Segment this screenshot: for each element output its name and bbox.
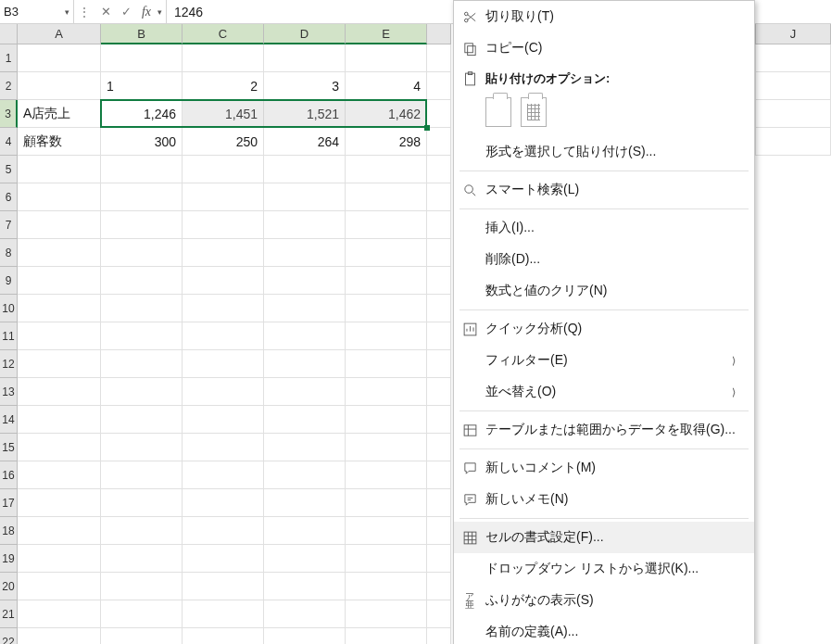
cell[interactable]: [346, 406, 427, 434]
cell[interactable]: [18, 44, 101, 72]
chevron-down-icon[interactable]: ▾: [65, 7, 69, 17]
row-header[interactable]: 10: [0, 295, 18, 322]
menu-clear[interactable]: 数式と値のクリア(N): [454, 275, 754, 307]
cell[interactable]: [346, 434, 427, 461]
cell[interactable]: [264, 628, 346, 644]
col-header-E[interactable]: E: [346, 24, 427, 44]
cell[interactable]: [18, 489, 101, 517]
cell[interactable]: [346, 156, 427, 183]
menu-format-cells[interactable]: セルの書式設定(F)...: [454, 522, 754, 553]
cell[interactable]: [183, 461, 264, 489]
row-header[interactable]: 11: [0, 322, 18, 350]
cell[interactable]: 4: [346, 72, 427, 100]
cell[interactable]: [264, 44, 346, 72]
cell[interactable]: [183, 211, 264, 239]
col-header-C[interactable]: C: [183, 24, 264, 44]
cell[interactable]: [427, 44, 451, 72]
cell[interactable]: A店売上: [18, 100, 101, 128]
cell[interactable]: [18, 72, 101, 100]
row-header[interactable]: 2: [0, 72, 18, 100]
row-header[interactable]: 16: [0, 461, 18, 489]
cell[interactable]: [346, 211, 427, 239]
cell[interactable]: [346, 350, 427, 378]
cell[interactable]: [18, 545, 101, 573]
cell[interactable]: [427, 267, 451, 295]
cell[interactable]: [101, 239, 183, 267]
cell[interactable]: [101, 600, 183, 628]
cell[interactable]: 1: [101, 72, 183, 100]
cell[interactable]: [264, 267, 346, 295]
row-header[interactable]: 8: [0, 239, 18, 267]
menu-dropdown-list[interactable]: ドロップダウン リストから選択(K)...: [454, 553, 754, 585]
cell[interactable]: [183, 517, 264, 545]
menu-paste-special[interactable]: 形式を選択して貼り付け(S)...: [454, 136, 754, 168]
cell[interactable]: [755, 128, 831, 156]
cell[interactable]: [101, 434, 183, 461]
cell[interactable]: 2: [183, 72, 264, 100]
cancel-icon[interactable]: ✕: [96, 3, 115, 21]
cell[interactable]: [427, 128, 451, 156]
cell[interactable]: [264, 211, 346, 239]
cell[interactable]: 1,451: [183, 100, 264, 128]
cell[interactable]: [264, 406, 346, 434]
row-header[interactable]: 15: [0, 434, 18, 461]
cell[interactable]: [101, 406, 183, 434]
menu-sort[interactable]: 並べ替え(O) ⟩: [454, 376, 754, 408]
cell[interactable]: [427, 600, 451, 628]
select-all-corner[interactable]: [0, 24, 18, 44]
cell[interactable]: [427, 545, 451, 573]
col-header-B[interactable]: B: [101, 24, 183, 44]
row-header[interactable]: 18: [0, 517, 18, 545]
name-box[interactable]: B3 ▾: [0, 0, 74, 23]
row-header[interactable]: 22: [0, 628, 18, 644]
cell[interactable]: [264, 517, 346, 545]
cell[interactable]: [18, 295, 101, 322]
row-header[interactable]: 19: [0, 545, 18, 573]
cell[interactable]: [101, 489, 183, 517]
col-header-A[interactable]: A: [18, 24, 101, 44]
cell[interactable]: 250: [183, 128, 264, 156]
cell[interactable]: [346, 461, 427, 489]
cell[interactable]: [101, 295, 183, 322]
cell[interactable]: [264, 239, 346, 267]
cell[interactable]: [183, 406, 264, 434]
cell[interactable]: [427, 100, 451, 128]
cell[interactable]: [264, 295, 346, 322]
cell[interactable]: [264, 461, 346, 489]
paste-option-default[interactable]: [485, 97, 511, 127]
menu-phonetic[interactable]: ア亜 ふりがなの表示(S): [454, 585, 754, 616]
menu-smart-lookup[interactable]: スマート検索(L): [454, 174, 754, 206]
row-header[interactable]: 20: [0, 573, 18, 600]
menu-copy[interactable]: コピー(C): [454, 32, 754, 64]
cell[interactable]: [101, 183, 183, 211]
cell[interactable]: [755, 72, 831, 100]
cell[interactable]: [18, 156, 101, 183]
row-header[interactable]: 5: [0, 156, 18, 183]
cell[interactable]: [18, 183, 101, 211]
cell[interactable]: [346, 545, 427, 573]
cell[interactable]: [427, 183, 451, 211]
row-header[interactable]: 21: [0, 600, 18, 628]
cell[interactable]: [427, 211, 451, 239]
cell[interactable]: [427, 239, 451, 267]
cell[interactable]: [427, 461, 451, 489]
cell[interactable]: [346, 517, 427, 545]
row-header[interactable]: 4: [0, 128, 18, 156]
cell[interactable]: [18, 600, 101, 628]
cell[interactable]: [346, 267, 427, 295]
more-icon[interactable]: ⋮: [78, 5, 91, 19]
cell[interactable]: [183, 628, 264, 644]
cell[interactable]: [183, 156, 264, 183]
cell[interactable]: [183, 378, 264, 406]
cell[interactable]: [427, 322, 451, 350]
row-header[interactable]: 9: [0, 267, 18, 295]
col-header-J[interactable]: J: [755, 24, 831, 44]
row-header[interactable]: 13: [0, 378, 18, 406]
menu-filter[interactable]: フィルター(E) ⟩: [454, 345, 754, 376]
cell[interactable]: [264, 156, 346, 183]
cell[interactable]: [18, 322, 101, 350]
cell[interactable]: [18, 350, 101, 378]
cell[interactable]: [346, 600, 427, 628]
cell[interactable]: 300: [101, 128, 183, 156]
cell[interactable]: [101, 267, 183, 295]
